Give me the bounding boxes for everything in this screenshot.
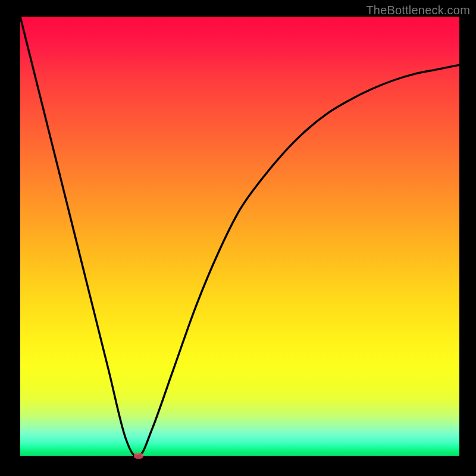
min-marker <box>134 453 143 459</box>
curve-path <box>20 17 459 456</box>
bottleneck-curve <box>20 17 459 456</box>
chart-frame: TheBottleneck.com <box>0 0 476 476</box>
watermark-text: TheBottleneck.com <box>366 4 470 17</box>
plot-area <box>20 17 459 456</box>
